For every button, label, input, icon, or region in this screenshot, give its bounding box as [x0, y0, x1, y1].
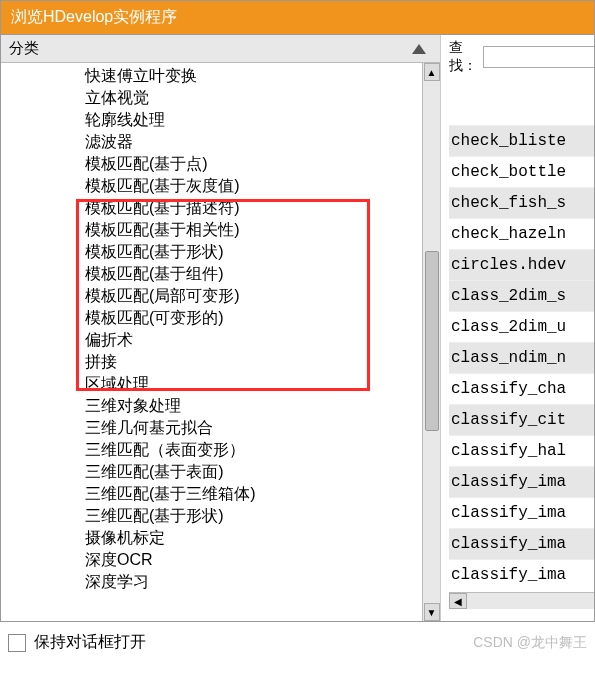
- vertical-scrollbar[interactable]: ▲ ▼: [422, 63, 440, 621]
- body-area: 分类 快速傅立叶变换立体视觉轮廓线处理滤波器模板匹配(基于点)模板匹配(基于灰度…: [1, 35, 594, 621]
- category-item[interactable]: 区域处理: [29, 373, 422, 395]
- category-item[interactable]: 模板匹配(基于点): [29, 153, 422, 175]
- category-item[interactable]: 深度学习: [29, 571, 422, 593]
- titlebar: 浏览HDevelop实例程序: [1, 1, 594, 35]
- category-item[interactable]: 模板匹配(基于相关性): [29, 219, 422, 241]
- find-row: 查找：: [449, 39, 594, 75]
- chevron-down-icon: ▼: [427, 607, 437, 618]
- keep-open-checkbox[interactable]: [8, 634, 26, 652]
- result-item[interactable]: classify_cha: [449, 373, 594, 404]
- horizontal-scrollbar[interactable]: ◀: [449, 592, 594, 609]
- result-item[interactable]: classify_ima: [449, 497, 594, 528]
- result-item[interactable]: classify_ima: [449, 559, 594, 590]
- category-item[interactable]: 摄像机标定: [29, 527, 422, 549]
- category-item[interactable]: 快速傅立叶变换: [29, 65, 422, 87]
- result-item[interactable]: class_ndim_n: [449, 342, 594, 373]
- category-item[interactable]: 模板匹配(可变形的): [29, 307, 422, 329]
- category-header-label: 分类: [9, 39, 39, 58]
- scroll-left-button[interactable]: ◀: [449, 593, 467, 609]
- result-item[interactable]: class_2dim_u: [449, 311, 594, 342]
- scroll-down-button[interactable]: ▼: [424, 603, 440, 621]
- result-item[interactable]: check_bottle: [449, 156, 594, 187]
- scroll-track[interactable]: [424, 81, 440, 603]
- footer: 保持对话框打开 CSDN @龙中舞王: [0, 622, 595, 653]
- watermark: CSDN @龙中舞王: [473, 634, 587, 652]
- result-item[interactable]: classify_cit: [449, 404, 594, 435]
- category-item[interactable]: 偏折术: [29, 329, 422, 351]
- sort-up-icon[interactable]: [412, 44, 426, 54]
- keep-open-label: 保持对话框打开: [34, 632, 146, 653]
- result-item[interactable]: circles.hdev: [449, 249, 594, 280]
- result-item[interactable]: check_bliste: [449, 125, 594, 156]
- category-item[interactable]: 三维匹配(基于表面): [29, 461, 422, 483]
- category-item[interactable]: 模板匹配(基于灰度值): [29, 175, 422, 197]
- category-item[interactable]: 深度OCR: [29, 549, 422, 571]
- category-tree[interactable]: 快速傅立叶变换立体视觉轮廓线处理滤波器模板匹配(基于点)模板匹配(基于灰度值)模…: [1, 63, 422, 621]
- result-item[interactable]: check_fish_s: [449, 187, 594, 218]
- category-item[interactable]: 轮廓线处理: [29, 109, 422, 131]
- scroll-thumb[interactable]: [425, 251, 439, 431]
- find-input[interactable]: [483, 46, 594, 68]
- category-tree-area: 快速傅立叶变换立体视觉轮廓线处理滤波器模板匹配(基于点)模板匹配(基于灰度值)模…: [1, 63, 440, 621]
- category-item[interactable]: 三维匹配（表面变形）: [29, 439, 422, 461]
- result-item[interactable]: classify_ima: [449, 466, 594, 497]
- result-item[interactable]: check_hazeln: [449, 218, 594, 249]
- category-item[interactable]: 模板匹配(基于形状): [29, 241, 422, 263]
- result-list[interactable]: check_blistecheck_bottlecheck_fish_schec…: [449, 125, 594, 590]
- category-item[interactable]: 立体视觉: [29, 87, 422, 109]
- dialog-window: 浏览HDevelop实例程序 分类 快速傅立叶变换立体视觉轮廓线处理滤波器模板匹…: [0, 0, 595, 622]
- category-item[interactable]: 模板匹配(局部可变形): [29, 285, 422, 307]
- category-item[interactable]: 滤波器: [29, 131, 422, 153]
- results-panel: 查找： check_blistecheck_bottlecheck_fish_s…: [441, 35, 594, 621]
- category-item[interactable]: 模板匹配(基于组件): [29, 263, 422, 285]
- result-item[interactable]: classify_hal: [449, 435, 594, 466]
- category-item[interactable]: 三维匹配(基于形状): [29, 505, 422, 527]
- keep-open-row[interactable]: 保持对话框打开: [8, 632, 146, 653]
- scroll-up-button[interactable]: ▲: [424, 63, 440, 81]
- find-label: 查找：: [449, 39, 477, 75]
- window-title: 浏览HDevelop实例程序: [11, 8, 177, 25]
- chevron-left-icon: ◀: [454, 596, 462, 607]
- result-item[interactable]: classify_ima: [449, 528, 594, 559]
- category-header[interactable]: 分类: [1, 35, 440, 63]
- category-panel: 分类 快速傅立叶变换立体视觉轮廓线处理滤波器模板匹配(基于点)模板匹配(基于灰度…: [1, 35, 441, 621]
- category-item[interactable]: 模板匹配(基于描述符): [29, 197, 422, 219]
- category-item[interactable]: 三维几何基元拟合: [29, 417, 422, 439]
- h-scroll-track[interactable]: [467, 593, 594, 609]
- result-item[interactable]: class_2dim_s: [449, 280, 594, 311]
- category-item[interactable]: 三维匹配(基于三维箱体): [29, 483, 422, 505]
- chevron-up-icon: ▲: [427, 67, 437, 78]
- category-item[interactable]: 拼接: [29, 351, 422, 373]
- category-item[interactable]: 三维对象处理: [29, 395, 422, 417]
